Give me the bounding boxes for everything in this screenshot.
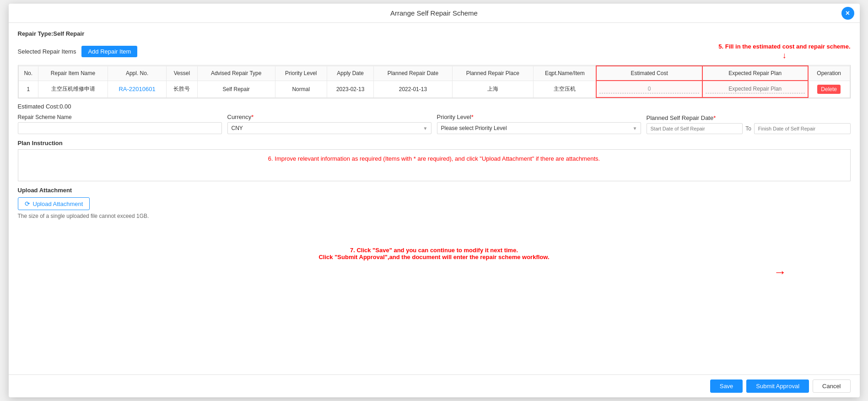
cell-appl-no: RA-22010601 <box>108 81 166 98</box>
col-header-advised-repair-type: Advised Repair Type <box>197 66 275 81</box>
col-header-expected-repair-plan: Expected Repair Plan <box>702 66 808 81</box>
table-row: 1 主空压机维修申请 RA-22010601 长胜号 Self Repair N… <box>18 81 850 98</box>
save-button[interactable]: Save <box>710 379 743 393</box>
add-repair-item-button[interactable]: Add Repair Item <box>81 46 137 57</box>
cell-estimated-cost <box>596 81 702 98</box>
col-header-no: No. <box>18 66 38 81</box>
delete-button[interactable]: Delete <box>817 85 841 94</box>
to-label: To <box>745 125 751 132</box>
cell-planned-repair-date: 2022-01-13 <box>374 81 452 98</box>
cell-expected-plan <box>702 81 808 98</box>
hint-7-wrapper: 7. Click "Save" and you can continue to … <box>18 219 851 280</box>
currency-field: Currency* CNY USD EUR ▼ <box>227 114 431 134</box>
estimated-cost-input[interactable] <box>599 85 699 93</box>
repair-scheme-name-label: Repair Scheme Name <box>18 114 222 120</box>
upload-note: The size of a single uploaded file canno… <box>18 213 851 219</box>
priority-level-select-wrapper: Please select Priority Level High Normal… <box>437 122 641 134</box>
priority-level-field: Priority Level* Please select Priority L… <box>437 114 641 134</box>
modal-title: Arrange Self Repair Scheme <box>390 9 478 17</box>
cell-no: 1 <box>18 81 38 98</box>
upload-icon: ⟳ <box>25 200 30 207</box>
cell-operation: Delete <box>808 81 850 98</box>
start-date-input[interactable] <box>647 123 743 134</box>
modal-header: Arrange Self Repair Scheme × <box>9 4 860 23</box>
repair-scheme-name-input[interactable] <box>18 122 222 134</box>
col-header-estimated-cost: Estimated Cost <box>596 66 702 81</box>
cancel-button[interactable]: Cancel <box>813 379 850 393</box>
priority-level-select[interactable]: Please select Priority Level High Normal… <box>437 122 641 134</box>
col-header-planned-repair-date: Planned Repair Date <box>374 66 452 81</box>
cell-eqpt-name: 主空压机 <box>534 81 597 98</box>
col-header-appl-no: Appl. No. <box>108 66 166 81</box>
col-header-operation: Operation <box>808 66 850 81</box>
col-header-planned-repair-place: Planned Repair Place <box>452 66 534 81</box>
plan-instruction-area: 6. Improve relevant information as requi… <box>18 149 851 181</box>
cell-advised-repair-type: Self Repair <box>197 81 275 98</box>
cell-apply-date: 2023-02-13 <box>327 81 373 98</box>
priority-level-label: Priority Level* <box>437 114 641 120</box>
close-button[interactable]: × <box>841 7 854 20</box>
hint-6-text: 6. Improve relevant information as requi… <box>24 155 845 162</box>
cell-repair-item-name: 主空压机维修申请 <box>38 81 108 98</box>
plan-instruction-label: Plan Instruction <box>18 140 851 146</box>
red-arrow-icon: → <box>774 265 787 280</box>
currency-select[interactable]: CNY USD EUR <box>227 122 431 134</box>
col-header-vessel: Vessel <box>167 66 197 81</box>
modal-container: Arrange Self Repair Scheme × Repair Type… <box>9 4 860 397</box>
col-header-repair-item-name: Repair Item Name <box>38 66 108 81</box>
date-range-wrapper: To <box>647 123 851 134</box>
cell-planned-repair-place: 上海 <box>452 81 534 98</box>
repair-type-label: Repair Type:Self Repair <box>18 30 851 37</box>
selected-items-row: Selected Repair Items Add Repair Item 5.… <box>18 43 851 60</box>
repair-scheme-name-field: Repair Scheme Name <box>18 114 222 134</box>
repair-items-table: No. Repair Item Name Appl. No. Vessel Ad… <box>18 65 850 98</box>
arrow-down-icon: ↓ <box>718 51 850 60</box>
col-header-eqpt-name: Eqpt.Name/Item <box>534 66 597 81</box>
submit-approval-button[interactable]: Submit Approval <box>746 379 809 393</box>
cell-vessel: 长胜号 <box>167 81 197 98</box>
currency-select-wrapper: CNY USD EUR ▼ <box>227 122 431 134</box>
repair-items-table-wrapper: No. Repair Item Name Appl. No. Vessel Ad… <box>18 65 851 98</box>
form-grid: Repair Scheme Name Currency* CNY USD EUR… <box>18 114 851 134</box>
hint-5-text: 5. Fill in the estimated cost and repair… <box>718 43 850 60</box>
modal-body: Repair Type:Self Repair Selected Repair … <box>9 23 860 374</box>
planned-date-field: Planned Self Repair Date* To <box>647 114 851 134</box>
selected-items-label: Selected Repair Items <box>18 48 76 55</box>
currency-label: Currency* <box>227 114 431 120</box>
expected-plan-input[interactable] <box>706 85 805 93</box>
cell-priority-level: Normal <box>275 81 327 98</box>
col-header-apply-date: Apply Date <box>327 66 373 81</box>
arrow-hint-wrapper: → <box>18 265 851 280</box>
finish-date-input[interactable] <box>754 123 851 134</box>
col-header-priority-level: Priority Level <box>275 66 327 81</box>
upload-attachment-button[interactable]: ⟳ Upload Attachment <box>18 197 90 210</box>
modal-footer: Save Submit Approval Cancel <box>9 374 860 397</box>
hint-7-text: 7. Click "Save" and you can continue to … <box>18 238 851 265</box>
estimated-cost-summary: Estimated Cost:0.00 <box>18 103 851 110</box>
upload-label: Upload Attachment <box>18 187 851 194</box>
upload-section: Upload Attachment ⟳ Upload Attachment Th… <box>18 187 851 219</box>
planned-date-label: Planned Self Repair Date* <box>647 114 851 121</box>
